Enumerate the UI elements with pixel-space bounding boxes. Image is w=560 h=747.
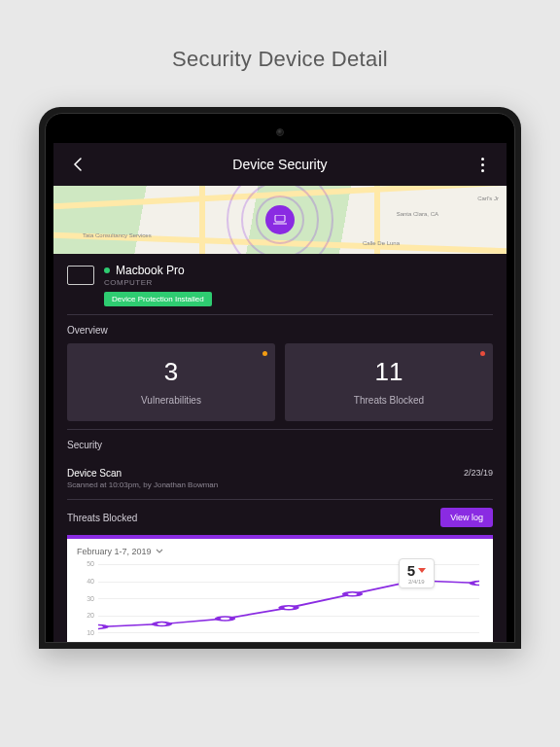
svg-point-4 (218, 617, 233, 621)
laptop-icon (67, 266, 94, 285)
tooltip-value: 5 (407, 562, 415, 579)
location-radar-icon (227, 186, 333, 254)
map-label: Carl's Jr (477, 196, 499, 201)
map-label: Calle De Luna (363, 240, 400, 246)
threats-chart-card: February 1-7, 2019 50 40 30 20 10 (67, 535, 493, 642)
threats-blocked-label: Threats Blocked (295, 395, 483, 406)
device-location-map[interactable]: Tata Consultancy Services Santa Clara, C… (53, 186, 507, 254)
camera-icon (276, 128, 284, 136)
overview-section: Overview 3 Vulnerabilities 11 Threats Bl… (53, 315, 507, 429)
status-dot-warning-icon (262, 351, 267, 356)
vulnerabilities-card[interactable]: 3 Vulnerabilities (67, 343, 275, 421)
threats-blocked-section-header: Threats Blocked View log (53, 500, 507, 535)
tooltip-date: 2/4/19 (408, 579, 425, 585)
scan-date: 2/23/19 (464, 468, 493, 478)
svg-point-8 (472, 582, 479, 586)
more-menu-button[interactable] (468, 150, 497, 179)
protection-installed-badge: Device Protection Installed (104, 292, 212, 306)
svg-point-3 (155, 622, 170, 626)
chart-tooltip: 5 2/4/19 (399, 558, 435, 588)
back-button[interactable] (63, 150, 92, 179)
threats-blocked-count: 11 (295, 357, 483, 387)
threats-line-chart[interactable]: 50 40 30 20 10 (77, 560, 483, 636)
device-type-label: COMPUTER (104, 278, 212, 287)
map-label: Tata Consultancy Services (83, 232, 152, 238)
svg-rect-0 (275, 215, 285, 222)
security-title: Security (67, 440, 493, 450)
vulnerabilities-count: 3 (77, 357, 265, 387)
status-dot-danger-icon (480, 351, 485, 356)
chevron-left-icon (73, 158, 83, 171)
svg-point-2 (98, 624, 106, 628)
svg-point-6 (345, 592, 361, 596)
tablet-camera-bar (53, 122, 507, 143)
status-online-icon (104, 267, 110, 273)
chart-date-range-selector[interactable]: February 1-7, 2019 (77, 547, 483, 556)
security-section: Security (53, 430, 507, 460)
threats-blocked-card[interactable]: 11 Threats Blocked (285, 343, 493, 421)
tablet-bezel: Device Security Tata Consultancy Service… (45, 113, 515, 643)
vulnerabilities-label: Vulnerabilities (77, 395, 265, 406)
laptop-icon (273, 215, 287, 225)
device-screen: Device Security Tata Consultancy Service… (53, 143, 507, 642)
device-name: Macbook Pro (116, 264, 185, 277)
chart-date-range: February 1-7, 2019 (77, 547, 152, 556)
caret-down-icon (418, 568, 426, 573)
view-log-button[interactable]: View log (440, 508, 493, 527)
threats-blocked-title: Threats Blocked (67, 513, 137, 523)
scan-title: Device Scan (67, 468, 218, 479)
device-scan-row[interactable]: Device Scan Scanned at 10:03pm, by Jonat… (53, 460, 507, 499)
page-title: Security Device Detail (0, 0, 560, 107)
scan-subtitle: Scanned at 10:03pm, by Jonathan Bowman (67, 480, 218, 489)
overview-title: Overview (67, 325, 493, 336)
chart-y-axis: 50 40 30 20 10 (77, 560, 94, 636)
device-summary-row: Macbook Pro COMPUTER Device Protection I… (53, 254, 507, 314)
svg-point-5 (281, 606, 297, 610)
map-label: Santa Clara, CA (397, 211, 438, 217)
app-header: Device Security (53, 143, 507, 186)
header-title: Device Security (92, 157, 468, 172)
more-menu-icon (481, 158, 484, 160)
tablet-frame: Device Security Tata Consultancy Service… (39, 107, 521, 649)
chevron-down-icon (156, 549, 163, 554)
